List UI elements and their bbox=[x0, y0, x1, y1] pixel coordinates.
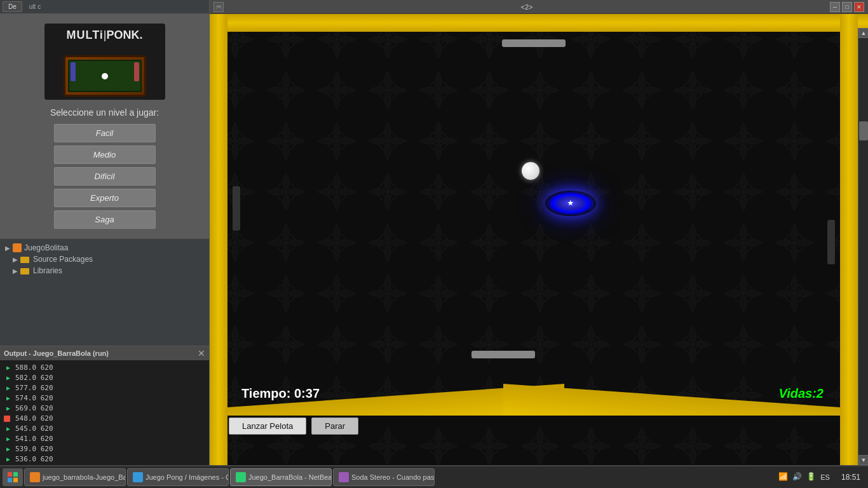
run-icon-2: ▶ bbox=[4, 374, 13, 383]
left-panel: De ult c bbox=[0, 0, 210, 488]
tree-source-packages[interactable]: ▶ Source Packages bbox=[13, 254, 204, 265]
output-text-0: 588.0 620 bbox=[15, 363, 53, 373]
output-line: ▶ 536.0 620 bbox=[4, 454, 205, 464]
project-name: JuegoBolitaa bbox=[24, 243, 68, 252]
libraries-folder-icon bbox=[20, 268, 29, 274]
run-icon-10: ▶ bbox=[4, 455, 13, 464]
taskbar-icon-2 bbox=[236, 472, 246, 482]
game-hud: Tiempo: 0:37 Vidas:2 bbox=[229, 381, 836, 406]
explosion-star bbox=[567, 200, 574, 207]
ball bbox=[522, 162, 539, 180]
run-icon-8: ▶ bbox=[4, 435, 13, 444]
svg-rect-3 bbox=[8, 472, 12, 477]
libraries-label: Libraries bbox=[33, 266, 62, 275]
medio-button[interactable]: Medio bbox=[54, 146, 156, 164]
taskbar-label-3: Soda Stereo - Cuando pase el tiem... bbox=[351, 473, 435, 481]
explosion-inner bbox=[545, 191, 596, 216]
project-icon bbox=[13, 243, 22, 252]
gold-frame-right bbox=[840, 14, 858, 473]
game-maximize-button[interactable]: □ bbox=[842, 2, 852, 12]
output-line: 548.0 620 bbox=[4, 414, 205, 424]
lang-indicator: ES bbox=[820, 473, 830, 481]
taskbar: juego_barrabola-Juego_BarrB... Juego Pon… bbox=[0, 465, 868, 488]
output-text-6: 545.0 620 bbox=[15, 424, 53, 434]
hud-lives: Vidas:2 bbox=[779, 386, 824, 401]
output-titlebar: Output - Juego_BarraBola (run) ✕ bbox=[0, 346, 209, 360]
tab-de[interactable]: De bbox=[3, 1, 22, 12]
game-minimize-button[interactable]: ─ bbox=[830, 2, 840, 12]
app-panel: MULTi|PONK. Seleccione un nivel a jugar:… bbox=[0, 14, 209, 239]
right-panel: 🎮 <2> ─ □ ✕ bbox=[210, 0, 868, 488]
taskbar-item-2[interactable]: Juego_BarraBola - NetBeans IDE bbox=[230, 468, 332, 486]
taskbar-icon-3 bbox=[339, 472, 349, 482]
facil-button[interactable]: Facil bbox=[54, 124, 156, 142]
network-icon: 📶 bbox=[778, 472, 789, 482]
output-line: ▶ 588.0 620 bbox=[4, 363, 205, 373]
game-titlebar: 🎮 <2> ─ □ ✕ bbox=[210, 0, 868, 14]
taskbar-item-0[interactable]: juego_barrabola-Juego_BarrB... bbox=[24, 468, 126, 486]
output-text-8: 539.0 620 bbox=[15, 444, 53, 454]
output-line: ▶ 577.0 620 bbox=[4, 383, 205, 393]
output-text-7: 541.0 620 bbox=[15, 434, 53, 444]
battery-icon: 🔋 bbox=[806, 472, 817, 482]
ide-left-tabs: De ult c bbox=[0, 0, 209, 14]
taskbar-item-3[interactable]: Soda Stereo - Cuando pase el tiem... bbox=[333, 468, 435, 486]
taskbar-item-1[interactable]: Juego Pong / Imágenes - Chromiu... bbox=[127, 468, 229, 486]
game-controls: Lanzar Pelota Parar bbox=[229, 417, 358, 435]
experto-button[interactable]: Experto bbox=[54, 189, 156, 207]
scrollbar-track[interactable] bbox=[858, 38, 868, 455]
scrollbar-down-button[interactable]: ▼ bbox=[858, 455, 868, 465]
lanzar-pelota-button[interactable]: Lanzar Pelota bbox=[229, 417, 306, 435]
taskbar-icon-0 bbox=[30, 472, 40, 482]
game-canvas: Tiempo: 0:37 Vidas:2 Lanzar Pelota Parar… bbox=[210, 14, 868, 473]
platform-bottom bbox=[471, 351, 535, 358]
scrollbar-up-button[interactable]: ▲ bbox=[858, 28, 868, 38]
parar-button[interactable]: Parar bbox=[311, 417, 358, 435]
output-line: ▶ 539.0 620 bbox=[4, 444, 205, 454]
output-panel: Output - Juego_BarraBola (run) ✕ ▶ 588.0… bbox=[0, 346, 209, 473]
sound-icon: 🔊 bbox=[792, 472, 803, 482]
gold-frame-top bbox=[210, 14, 868, 32]
run-icon-9: ▶ bbox=[4, 445, 13, 454]
paddle-left bbox=[233, 186, 240, 231]
output-text-2: 577.0 620 bbox=[15, 383, 53, 393]
tree-libraries[interactable]: ▶ Libraries bbox=[13, 265, 204, 276]
output-line: ▶ 545.0 620 bbox=[4, 424, 205, 434]
run-icon-1: ▶ bbox=[4, 363, 13, 372]
game-title: <2> bbox=[224, 3, 830, 11]
game-interior bbox=[227, 32, 840, 374]
systray: 📶 🔊 🔋 ES bbox=[773, 472, 835, 482]
output-text-9: 536.0 620 bbox=[15, 454, 53, 464]
tree-root-item[interactable]: ▶ JuegoBolitaa bbox=[5, 242, 204, 254]
game-scrollbar[interactable]: ▲ ▼ bbox=[858, 28, 868, 473]
paddle-right bbox=[827, 220, 835, 264]
project-tree: ▶ JuegoBolitaa ▶ Source Packages ▶ Libra… bbox=[0, 239, 209, 346]
svg-rect-6 bbox=[13, 478, 18, 482]
gold-frame-left bbox=[210, 14, 227, 473]
game-close-button[interactable]: ✕ bbox=[854, 2, 864, 12]
output-line: ▶ 569.0 620 bbox=[4, 403, 205, 414]
output-title: Output - Juego_BarraBola (run) bbox=[4, 349, 109, 357]
source-packages-label: Source Packages bbox=[33, 255, 93, 264]
output-text-3: 574.0 620 bbox=[15, 393, 53, 403]
libraries-expand-icon: ▶ bbox=[13, 268, 18, 274]
select-level-label: Seleccione un nivel a jugar: bbox=[50, 107, 159, 118]
dificil-button[interactable]: Difícil bbox=[54, 167, 156, 186]
svg-rect-5 bbox=[8, 478, 12, 482]
output-close-button[interactable]: ✕ bbox=[198, 348, 205, 358]
app-logo: MULTi|PONK. bbox=[44, 24, 165, 100]
run-icon-4: ▶ bbox=[4, 394, 13, 403]
taskbar-label-2: Juego_BarraBola - NetBeans IDE bbox=[248, 473, 332, 481]
saga-button[interactable]: Saga bbox=[54, 210, 156, 229]
scrollbar-thumb[interactable] bbox=[859, 121, 868, 140]
output-line: ▶ 574.0 620 bbox=[4, 393, 205, 403]
tree-expand-icon: ▶ bbox=[5, 245, 10, 252]
explosion-effect bbox=[545, 191, 596, 216]
hud-time: Tiempo: 0:37 bbox=[241, 386, 320, 401]
platform-top bbox=[502, 39, 566, 47]
left-panel-main: MULTi|PONK. Seleccione un nivel a jugar:… bbox=[0, 14, 209, 488]
svg-rect-4 bbox=[13, 472, 18, 477]
start-button[interactable] bbox=[3, 468, 23, 486]
tab-ult[interactable]: ult c bbox=[24, 1, 46, 12]
folder-icon bbox=[20, 257, 29, 263]
